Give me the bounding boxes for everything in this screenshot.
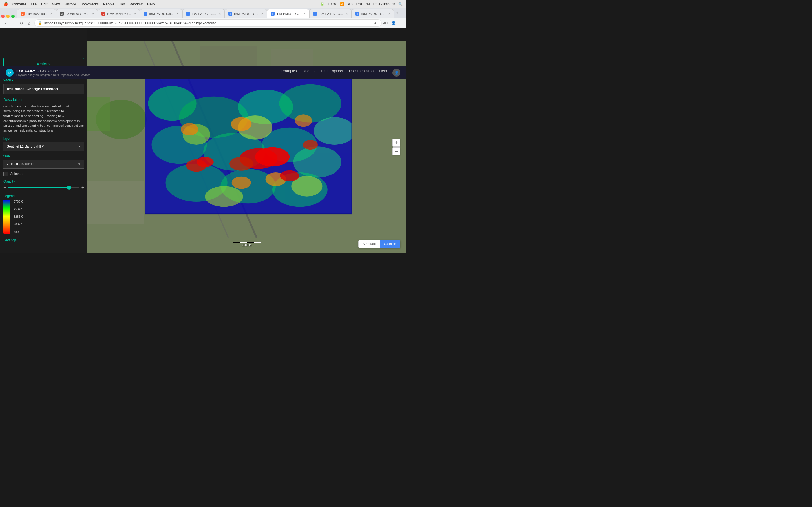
help-menu[interactable]: Help <box>147 2 155 6</box>
svg-rect-5 <box>87 97 110 131</box>
tab-ibm-pairs-5[interactable]: I IBM PAIRS - G... ✕ <box>183 9 225 18</box>
opacity-increase-button[interactable]: + <box>82 185 84 190</box>
nav-queries[interactable]: Queries <box>303 69 315 76</box>
window-controls[interactable] <box>1 15 15 18</box>
window-menu[interactable]: Window <box>130 2 142 6</box>
brand-geo: - Geoscope <box>38 69 58 73</box>
opacity-slider-thumb[interactable] <box>67 186 71 189</box>
settings-label[interactable]: Settings <box>3 238 84 242</box>
close-window-button[interactable] <box>1 15 4 18</box>
extensions-icon[interactable]: ABP <box>384 20 389 26</box>
battery-percent: 100% <box>328 2 337 6</box>
edit-menu[interactable]: Edit <box>41 2 47 6</box>
legend-labels: 5783.0 4534.5 3286.0 2037.5 789.0 <box>13 200 23 233</box>
animate-checkbox[interactable] <box>3 172 8 176</box>
nav-examples[interactable]: Examples <box>281 69 297 76</box>
brand-subtitle: Physical Analytics Integrated Data Repos… <box>16 73 90 76</box>
legend-value-5: 5783.0 <box>13 200 23 203</box>
close-tab-icon[interactable]: ✕ <box>219 12 221 15</box>
nav-documentation[interactable]: Documentation <box>349 69 373 76</box>
tab-ibm-pairs-active[interactable]: I IBM PAIRS - G... ✕ <box>267 9 309 18</box>
profile-icon[interactable]: 👤 <box>391 20 396 26</box>
legend-value-1: 789.0 <box>13 230 23 233</box>
tab-menu[interactable]: Tab <box>119 2 125 6</box>
animate-row: Animate <box>3 172 84 176</box>
svg-point-27 <box>231 117 252 131</box>
opacity-slider-track[interactable] <box>8 187 79 188</box>
forward-button[interactable]: › <box>10 20 17 26</box>
query-name: Insurance: Change Detection <box>3 83 84 94</box>
close-tab-icon[interactable]: ✕ <box>50 12 52 15</box>
standard-map-button[interactable]: Standard <box>359 240 380 247</box>
home-button[interactable]: ⌂ <box>26 20 33 26</box>
nav-data-explorer[interactable]: Data Explorer <box>321 69 343 76</box>
zoom-controls: + − <box>393 139 400 155</box>
minimize-window-button[interactable] <box>6 15 10 18</box>
address-bar[interactable]: 🔒 ibmpairs.mybluemix.net/queries/0000000… <box>35 19 382 27</box>
battery-icon: 🔋 <box>320 2 324 6</box>
apple-menu-icon[interactable]: 🍎 <box>3 2 8 6</box>
legend-gradient <box>3 200 10 233</box>
view-menu[interactable]: View <box>52 2 60 6</box>
sidebar: Actions Query Insurance: Change Detectio… <box>0 28 87 253</box>
header-nav: Examples Queries Data Explorer Documenta… <box>281 69 400 76</box>
opacity-decrease-button[interactable]: − <box>3 185 6 190</box>
svg-point-28 <box>181 123 198 135</box>
back-button[interactable]: ‹ <box>2 20 9 26</box>
file-menu[interactable]: File <box>31 2 37 6</box>
close-tab-icon[interactable]: ✕ <box>388 12 390 15</box>
user-avatar[interactable]: 👤 <box>393 69 400 76</box>
svg-point-36 <box>197 157 214 167</box>
time-value: 2015-10-15 00:00 <box>7 162 34 166</box>
close-tab-icon[interactable]: ✕ <box>92 12 94 15</box>
menu-icon[interactable]: ⋮ <box>398 20 404 26</box>
tab-luminary[interactable]: L Luminary lau... ✕ <box>17 9 56 18</box>
tab-label: IBM PAIRS - G... <box>319 12 343 15</box>
opacity-label: Opacity <box>3 179 84 183</box>
svg-point-34 <box>229 157 253 171</box>
svg-rect-8 <box>87 181 144 224</box>
time-select[interactable]: 2015-10-15 00:00 ▼ <box>3 160 84 169</box>
mac-os-bar: 🍎 Chrome File Edit View History Bookmark… <box>0 0 406 8</box>
tab-new-user[interactable]: G New User Reg... ✕ <box>98 9 140 18</box>
legend-label: Legend <box>3 194 84 198</box>
chrome-menu[interactable]: Chrome <box>12 2 26 6</box>
logo-letter: P <box>8 71 11 75</box>
description-section-label: Description <box>3 98 84 102</box>
tab-semplice[interactable]: S Semplice « Pa... ✕ <box>56 9 98 18</box>
layer-select[interactable]: Sentinel L1 Band 8 (NIR) ▼ <box>3 142 84 151</box>
layer-label: layer <box>3 136 84 140</box>
tab-label: New User Reg... <box>107 12 131 15</box>
tab-label: Semplice « Pa... <box>65 12 89 15</box>
zoom-in-button[interactable]: + <box>393 139 400 147</box>
search-icon[interactable]: 🔍 <box>398 2 403 6</box>
tab-ibm-pairs-8[interactable]: I IBM PAIRS - G... ✕ <box>309 9 352 18</box>
close-tab-icon[interactable]: ✕ <box>134 12 136 15</box>
pairs-logo: P <box>6 69 13 76</box>
close-tab-icon[interactable]: ✕ <box>346 12 348 15</box>
zoom-out-button[interactable]: − <box>393 147 400 155</box>
nav-help[interactable]: Help <box>379 69 387 76</box>
heatmap-overlay <box>145 72 352 217</box>
tab-label: Luminary lau... <box>26 12 47 15</box>
opacity-slider-fill <box>8 187 68 188</box>
bookmarks-menu[interactable]: Bookmarks <box>80 2 99 6</box>
reload-button[interactable]: ↻ <box>18 20 25 26</box>
close-tab-icon[interactable]: ✕ <box>303 12 306 15</box>
history-menu[interactable]: History <box>64 2 75 6</box>
maximize-window-button[interactable] <box>11 15 15 18</box>
tab-ibm-pairs-6[interactable]: I IBM PAIRS - G... ✕ <box>225 9 267 18</box>
time-label: time <box>3 154 84 158</box>
close-tab-icon[interactable]: ✕ <box>176 12 179 15</box>
tab-ibm-pairs-4[interactable]: I IBM PAIRS Ser... ✕ <box>140 9 183 18</box>
bookmark-icon[interactable]: ★ <box>372 20 378 26</box>
people-menu[interactable]: People <box>103 2 114 6</box>
tab-ibm-pairs-9[interactable]: I IBM PAIRS - G... ✕ <box>352 9 394 18</box>
svg-point-37 <box>280 170 299 181</box>
satellite-map-button[interactable]: Satellite <box>380 240 400 247</box>
close-tab-icon[interactable]: ✕ <box>261 12 263 15</box>
new-tab-button[interactable]: + <box>396 10 399 16</box>
tab-label: IBM PAIRS - G... <box>361 12 385 15</box>
scale-label: 1000 m <box>242 244 251 247</box>
legend-value-4: 4534.5 <box>13 207 23 211</box>
